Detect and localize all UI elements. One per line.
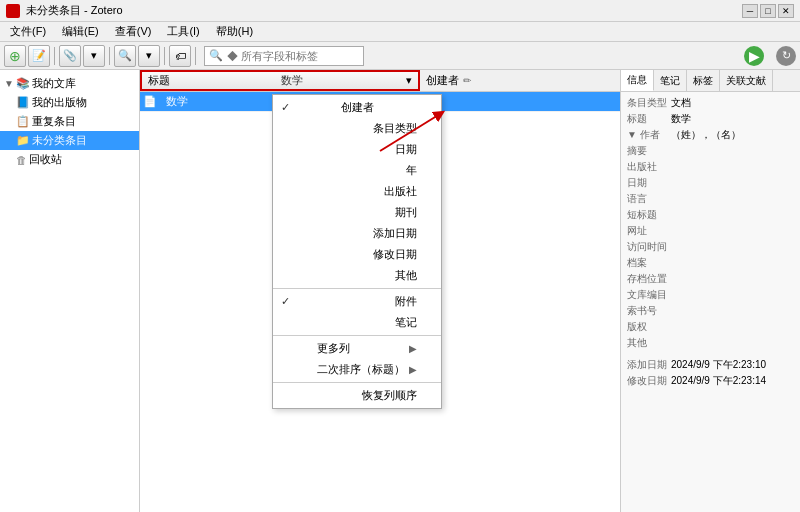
info-label-date: 日期 <box>627 176 667 190</box>
title-column-header[interactable]: 标题 数学 ▾ ✓ 创建者 条目类型 <box>140 70 420 91</box>
info-row-adddate: 添加日期 2024/9/9 下午2:23:10 <box>627 358 794 372</box>
dropdown-item-mod-date[interactable]: 修改日期 <box>273 244 441 265</box>
info-label-publisher: 出版社 <box>627 160 667 174</box>
main-layout: ▼ 📚 我的文库 📘 我的出版物 📋 重复条目 📁 未分类条目 🗑 回收站 标题 <box>0 70 800 512</box>
toolbar: ⊕ 📝 📎 ▾ 🔍 ▾ 🏷 🔍 ▶ ↻ <box>0 42 800 70</box>
item-type-icon: 📄 <box>140 95 160 108</box>
note-icon: 📝 <box>32 49 46 62</box>
attach-button[interactable]: 📎 <box>59 45 81 67</box>
sidebar-label-publications: 我的出版物 <box>32 95 87 110</box>
dropdown-label-date: 日期 <box>395 142 417 157</box>
tab-tags[interactable]: 标签 <box>687 70 720 91</box>
menu-file[interactable]: 文件(F) <box>4 23 52 40</box>
sidebar: ▼ 📚 我的文库 📘 我的出版物 📋 重复条目 📁 未分类条目 🗑 回收站 <box>0 70 140 512</box>
info-label-url: 网址 <box>627 224 667 238</box>
sync-status: ↻ <box>776 46 796 66</box>
sidebar-label-unfiled: 未分类条目 <box>32 133 87 148</box>
unfiled-icon: 📁 <box>16 134 30 147</box>
dropdown-item-secondary-sort[interactable]: 二次排序（标题） ▶ <box>273 359 441 380</box>
menu-help[interactable]: 帮助(H) <box>210 23 259 40</box>
dropdown-label-restore: 恢复列顺序 <box>362 388 417 403</box>
dropdown-label-more: 更多列 <box>317 341 350 356</box>
search-input[interactable] <box>227 50 347 62</box>
dropdown-label-publisher: 出版社 <box>384 184 417 199</box>
info-row-callnum: 索书号 <box>627 304 794 318</box>
info-label-moddate: 修改日期 <box>627 374 667 388</box>
info-row-lang: 语言 <box>627 192 794 206</box>
tab-info[interactable]: 信息 <box>621 70 654 91</box>
dropdown-label-attachment: 附件 <box>395 294 417 309</box>
sidebar-label-trash: 回收站 <box>29 152 62 167</box>
tag-button[interactable]: 🏷 <box>169 45 191 67</box>
dropdown-label-mod-date: 修改日期 <box>373 247 417 262</box>
dropdown-item-restore[interactable]: 恢复列顺序 <box>273 385 441 406</box>
creator-column-label: 创建者 <box>426 73 459 88</box>
separator-3 <box>164 47 165 65</box>
info-value-type: 文档 <box>671 96 691 110</box>
sidebar-label-duplicate: 重复条目 <box>32 114 76 129</box>
sidebar-unfiled-items[interactable]: 📁 未分类条目 <box>0 131 139 150</box>
close-button[interactable]: ✕ <box>778 4 794 18</box>
trash-icon: 🗑 <box>16 154 27 166</box>
check-icon-creator: ✓ <box>281 101 297 114</box>
info-label-type: 条目类型 <box>627 96 667 110</box>
dropdown-item-attachment[interactable]: ✓ 附件 <box>273 291 441 312</box>
dropdown-item-notes[interactable]: 笔记 <box>273 312 441 333</box>
maximize-button[interactable]: □ <box>760 4 776 18</box>
dropdown-item-journal[interactable]: 期刊 <box>273 202 441 223</box>
info-label-storage: 存档位置 <box>627 272 667 286</box>
duplicate-icon: 📋 <box>16 115 30 128</box>
tab-related[interactable]: 关联文献 <box>720 70 773 91</box>
sync-button[interactable]: ▶ <box>744 46 764 66</box>
library-icon: 📚 <box>16 77 30 90</box>
dropdown-item-other[interactable]: 其他 <box>273 265 441 286</box>
dropdown-label-sort: 二次排序（标题） <box>317 362 405 377</box>
dropdown-label-journal: 期刊 <box>395 205 417 220</box>
right-panel: 信息 笔记 标签 关联文献 条目类型 文档 标题 数学 ▼ 作者 （姓），（名）… <box>620 70 800 512</box>
info-row-shorttitle: 短标题 <box>627 208 794 222</box>
dropdown-item-year[interactable]: 年 <box>273 160 441 181</box>
right-tab-bar: 信息 笔记 标签 关联文献 <box>621 70 800 92</box>
info-label-shorttitle: 短标题 <box>627 208 667 222</box>
sidebar-my-publications[interactable]: 📘 我的出版物 <box>0 93 139 112</box>
dropdown-item-more-cols[interactable]: 更多列 ▶ <box>273 338 441 359</box>
dropdown-item-date[interactable]: 日期 <box>273 139 441 160</box>
dropdown-item-creator[interactable]: ✓ 创建者 <box>273 97 441 118</box>
tab-notes[interactable]: 笔记 <box>654 70 687 91</box>
search-box: 🔍 <box>204 46 364 66</box>
info-row-access: 访问时间 <box>627 240 794 254</box>
dropdown-sep-2 <box>273 335 441 336</box>
menu-view[interactable]: 查看(V) <box>109 23 158 40</box>
edit-columns-icon[interactable]: ✏ <box>463 75 471 86</box>
dropdown-arrow-icon: ▾ <box>406 74 412 87</box>
dropdown-label-creator: 创建者 <box>341 100 374 115</box>
locate-button[interactable]: 🔍 <box>114 45 136 67</box>
dropdown-sep-3 <box>273 382 441 383</box>
new-note-button[interactable]: 📝 <box>28 45 50 67</box>
menu-edit[interactable]: 编辑(E) <box>56 23 105 40</box>
info-row-publisher: 出版社 <box>627 160 794 174</box>
info-row-other: 其他 <box>627 336 794 350</box>
sidebar-trash[interactable]: 🗑 回收站 <box>0 150 139 169</box>
new-item-button[interactable]: ⊕ <box>4 45 26 67</box>
dropdown-item-type[interactable]: 条目类型 <box>273 118 441 139</box>
info-row-date: 日期 <box>627 176 794 190</box>
info-row-author: ▼ 作者 （姓），（名） <box>627 128 794 142</box>
dropdown-label-year: 年 <box>406 163 417 178</box>
new-item-icon: ⊕ <box>9 48 21 64</box>
dropdown-item-add-date[interactable]: 添加日期 <box>273 223 441 244</box>
locate-dropdown-button[interactable]: ▾ <box>138 45 160 67</box>
app-icon <box>6 4 20 18</box>
separator-4 <box>195 47 196 65</box>
info-label-adddate: 添加日期 <box>627 358 667 372</box>
attach-dropdown-button[interactable]: ▾ <box>83 45 105 67</box>
info-label-abstract: 摘要 <box>627 144 667 158</box>
dropdown-item-publisher[interactable]: 出版社 <box>273 181 441 202</box>
menu-tools[interactable]: 工具(I) <box>161 23 205 40</box>
sidebar-duplicate-items[interactable]: 📋 重复条目 <box>0 112 139 131</box>
info-label-callnum: 索书号 <box>627 304 667 318</box>
creator-column-header[interactable]: 创建者 ✏ <box>420 70 620 91</box>
minimize-button[interactable]: ─ <box>742 4 758 18</box>
sidebar-my-library[interactable]: ▼ 📚 我的文库 <box>0 74 139 93</box>
info-label-archive: 档案 <box>627 256 667 270</box>
